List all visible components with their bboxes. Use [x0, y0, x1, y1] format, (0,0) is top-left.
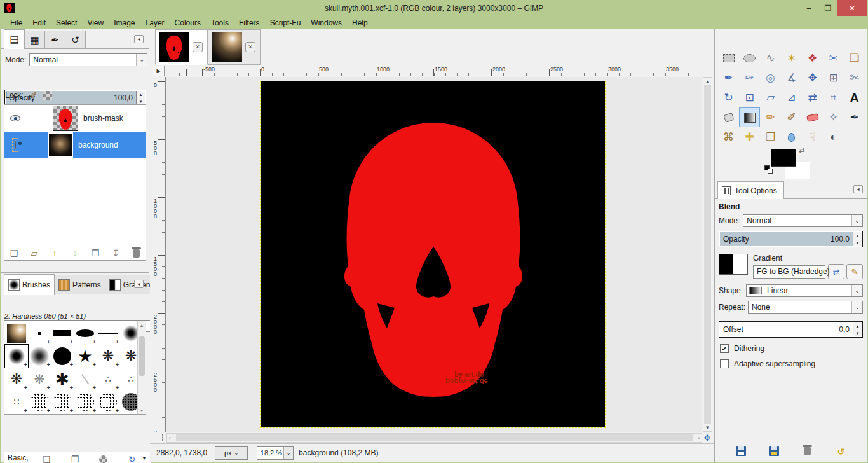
vertical-ruler[interactable]: 050010001500200025003000	[153, 77, 166, 432]
brush-strokes-24[interactable]: ≈+	[5, 413, 28, 415]
shape-select[interactable]: Linear ⌄	[746, 284, 863, 297]
scrollbar-thumb[interactable]	[704, 85, 711, 424]
scissors-select-tool[interactable]: ✂	[823, 48, 844, 68]
bucket-fill-tool[interactable]	[718, 107, 739, 127]
brush-texture-28[interactable]: +	[97, 413, 119, 415]
scale-tool[interactable]: ⊡	[739, 88, 760, 107]
paths-tool[interactable]: ✒	[718, 68, 739, 88]
eraser-tool[interactable]	[802, 107, 823, 127]
brush-dashes-25[interactable]: =+	[28, 413, 51, 415]
menu-image[interactable]: Image	[109, 17, 140, 29]
reverse-gradient-button[interactable]: ⇄	[828, 264, 844, 279]
scroll-down-icon[interactable]: ▾	[706, 424, 709, 431]
dodge-burn-tool[interactable]: ◐	[823, 127, 844, 147]
brush-grid-scrollbar[interactable]: ▴ ▾	[137, 321, 146, 414]
ink-tool[interactable]: ✒	[844, 107, 865, 127]
menu-windows[interactable]: Windows	[306, 17, 347, 29]
delete-options-button[interactable]	[800, 445, 815, 458]
brush-splat-dense-14[interactable]: ✱+	[51, 368, 74, 390]
chevron-down-icon[interactable]: ⌄	[851, 215, 862, 226]
zoom-tool[interactable]: ◎	[760, 68, 781, 88]
tool-opacity-slider[interactable]: Opacity 100,0 ▴▾	[719, 231, 863, 247]
brush-texture-20[interactable]: +	[51, 390, 74, 413]
brush-dots-18[interactable]: ∷+	[5, 390, 28, 413]
chevron-down-icon[interactable]: ⌄	[136, 54, 147, 66]
pencil-tool[interactable]: ✏	[760, 107, 781, 127]
adaptive-supersampling-checkbox[interactable]	[720, 359, 729, 368]
dock-collapse-button[interactable]: ◄	[134, 35, 144, 43]
menu-scriptfu[interactable]: Script-Fu	[265, 17, 306, 29]
canvas-image[interactable]: by-art.de poppy-art.de	[261, 81, 605, 427]
opacity-spinner[interactable]: ▴▾	[136, 91, 145, 105]
clone-tool[interactable]: ⌘	[718, 127, 739, 147]
delete-layer-button[interactable]	[128, 247, 144, 259]
offset-spinner[interactable]: ▴▾	[853, 322, 862, 336]
reset-options-button[interactable]: ↺	[833, 445, 848, 458]
blend-tool[interactable]	[739, 107, 760, 127]
heal-tool[interactable]: ✚	[739, 127, 760, 147]
raise-layer-button[interactable]: ↑	[47, 247, 62, 259]
edit-brush-button[interactable]: ✏	[10, 453, 25, 463]
tab-paths[interactable]: ✒	[44, 31, 65, 48]
airbrush-tool[interactable]: ✧	[823, 107, 844, 127]
save-options-button[interactable]	[733, 445, 749, 458]
chevron-down-icon[interactable]: ⌄	[851, 301, 862, 313]
new-group-button[interactable]: ▱	[27, 247, 42, 259]
visibility-eye-icon[interactable]	[15, 140, 16, 150]
close-button[interactable]: ✕	[837, 0, 867, 16]
move-tool[interactable]: ✥	[802, 68, 823, 88]
tab-tool-options[interactable]: Tool Options	[717, 181, 784, 199]
scrollbar-thumb[interactable]	[176, 434, 693, 441]
vertical-scrollbar[interactable]: ▴ ▾	[703, 77, 712, 432]
scroll-up-icon[interactable]: ▴	[138, 321, 146, 329]
fuzzy-select-tool[interactable]: ✶	[781, 48, 802, 68]
cage-transform-tool[interactable]: ⌗	[823, 88, 844, 107]
tab-undo-history[interactable]: ↺	[65, 31, 86, 48]
brush-splat-10[interactable]: ❋+	[97, 345, 119, 368]
duplicate-layer-button[interactable]: ❐	[88, 247, 103, 259]
image-tab-skull-photo[interactable]: ✕	[208, 29, 261, 65]
shear-tool[interactable]: ▱	[760, 88, 781, 107]
brush-line-4[interactable]: +	[97, 322, 119, 345]
chevron-down-icon[interactable]: ⌄	[283, 447, 293, 459]
tab-brushes[interactable]: Brushes	[4, 274, 55, 295]
perspective-tool[interactable]: ⊿	[781, 88, 802, 107]
restore-options-button[interactable]	[766, 445, 782, 458]
refresh-brushes-button[interactable]: ↻	[125, 453, 140, 463]
brush-blob-soft-7[interactable]: +	[28, 345, 51, 368]
brush-texture-22[interactable]: +	[97, 390, 119, 413]
brush-texture-19[interactable]: +	[28, 390, 51, 413]
lock-alpha-icon[interactable]	[43, 91, 52, 100]
rectangle-select-tool[interactable]	[718, 48, 739, 68]
blur-sharpen-tool[interactable]	[781, 127, 802, 147]
dock-collapse-button[interactable]: ◄	[853, 185, 863, 193]
swap-colors-icon[interactable]: ⇄	[799, 146, 804, 155]
edit-gradient-button[interactable]: ✎	[846, 264, 863, 279]
lower-layer-button[interactable]: ↓	[67, 247, 83, 259]
menu-help[interactable]: Help	[347, 17, 373, 29]
delete-brush-button[interactable]	[96, 453, 111, 463]
paintbrush-tool[interactable]: ✐	[781, 107, 802, 127]
brush-specks-16[interactable]: ∴+	[97, 368, 119, 390]
layer-row-background[interactable]: background	[4, 132, 146, 158]
foreground-color-swatch[interactable]	[771, 149, 796, 167]
gradient-preview[interactable]	[719, 254, 748, 275]
menu-view[interactable]: View	[82, 17, 109, 29]
reset-colors-icon[interactable]	[764, 165, 773, 174]
unit-select[interactable]: px ⌄	[215, 446, 248, 460]
crop-tool[interactable]: ✄	[844, 68, 865, 88]
zoom-select[interactable]: 18,2 % ⌄	[257, 446, 294, 460]
minimize-button[interactable]: –	[799, 0, 818, 16]
layer-mode-select[interactable]: Normal ⌄	[29, 53, 147, 66]
duplicate-brush-button[interactable]: ❐	[67, 453, 83, 463]
visibility-eye-icon[interactable]	[10, 115, 20, 121]
free-select-tool[interactable]: ∿	[760, 48, 781, 68]
layer-name[interactable]: brush-mask	[83, 114, 123, 123]
smudge-tool[interactable]: ☟	[802, 127, 823, 147]
brush-texture-21[interactable]: +	[74, 390, 97, 413]
dithering-checkbox[interactable]: ✔	[720, 344, 729, 353]
brush-splat-27[interactable]: ❋+	[74, 413, 97, 415]
image-tab-skull-red[interactable]: ✕	[155, 29, 208, 65]
brush-splat-12[interactable]: ❋+	[5, 368, 28, 390]
close-icon[interactable]: ✕	[245, 42, 255, 52]
